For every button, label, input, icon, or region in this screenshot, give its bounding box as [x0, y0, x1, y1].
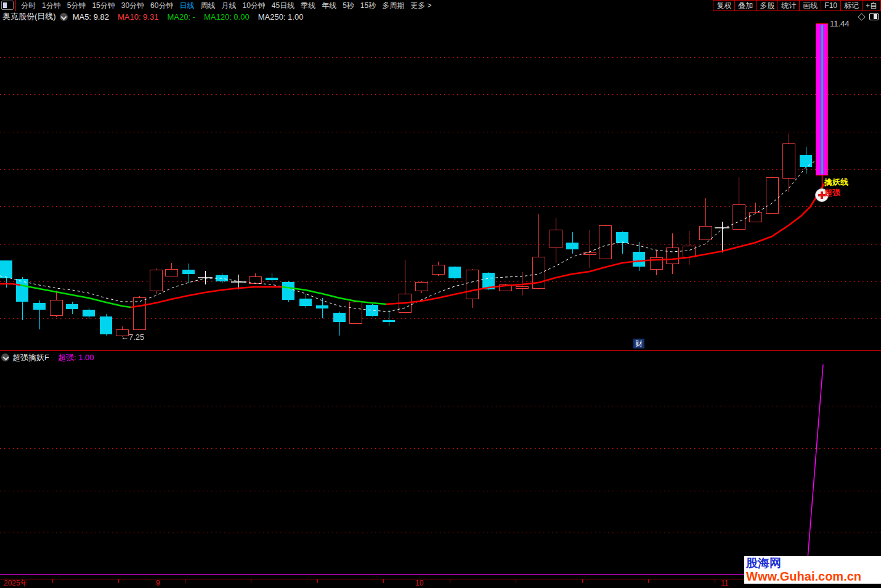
indicator-chevron-icon[interactable] [1, 353, 9, 361]
candle-body-up [416, 283, 428, 291]
candle-body-up [350, 302, 362, 324]
candle-body-down [800, 155, 812, 167]
candle-body-down [66, 304, 78, 309]
candle-body-up [516, 287, 529, 289]
candle-body-up [750, 213, 762, 222]
low-price-label: ←7.25 [121, 333, 144, 342]
trading-app-window: 分时1分钟5分钟15分钟30分钟60分钟日线周线月线10分钟45日线季线年线5秒… [0, 0, 881, 588]
candle-body-down [383, 320, 395, 322]
candle-body-up [766, 178, 779, 214]
qinyao-line-annotation: 擒妖线 [824, 178, 848, 187]
indicator-value: 超强: 1.00 [58, 352, 94, 363]
date-label: 11 [721, 579, 728, 587]
ma-signal-down [282, 287, 386, 304]
high-price-label: 11.44 [830, 20, 850, 28]
indicator-panel-header: 超强擒妖F 超强: 1.00 [0, 352, 881, 363]
candle-body-down [83, 310, 95, 316]
super-strong-annotation: 超强 [824, 188, 840, 197]
candle-body-down [0, 260, 12, 278]
candle-body-up [550, 230, 562, 248]
candle-body-down [299, 299, 312, 306]
ma-signal-up [0, 284, 20, 285]
financial-report-tag[interactable]: 财 [633, 339, 644, 348]
candle-body-up [51, 300, 63, 316]
candle-body-up [683, 246, 696, 257]
watermark-url: Www.Guhai.com.cn [746, 570, 879, 583]
indicator-spike-line [806, 364, 823, 574]
candle-body-down [333, 313, 346, 322]
candle-body-down [566, 243, 579, 249]
candle-body-up [783, 144, 795, 179]
date-label: 9 [156, 579, 160, 587]
candle-body-up [166, 270, 178, 276]
candle-body-down [100, 316, 112, 334]
candle-body-up [667, 248, 679, 264]
candle-body-up [599, 226, 612, 259]
candle-body-down [633, 252, 645, 267]
candle-body-up [700, 227, 712, 240]
candle-body-up [466, 270, 479, 299]
main-chart-canvas[interactable] [0, 0, 881, 588]
candle-body-down [16, 279, 28, 302]
candle-body-down [282, 282, 294, 300]
date-label: 10 [415, 579, 423, 587]
candle-body-down [33, 303, 46, 310]
indicator-name[interactable]: 超强擒妖F [12, 352, 49, 363]
candle-body-down [182, 270, 195, 274]
candle-body-up [432, 265, 445, 275]
watermark: 股海网 Www.Guhai.com.cn [744, 556, 881, 584]
candle-body-down [366, 305, 378, 316]
candle-body-up [733, 205, 745, 230]
candle-body-down [316, 305, 328, 308]
candle-body-up [150, 270, 163, 291]
date-label: 2025年 [4, 579, 28, 587]
candle-body-down [616, 232, 628, 243]
candle-body-down [266, 278, 278, 280]
candle-body-up [134, 298, 146, 330]
ma-dashed-line [0, 157, 821, 312]
candle-body-down [449, 267, 461, 278]
